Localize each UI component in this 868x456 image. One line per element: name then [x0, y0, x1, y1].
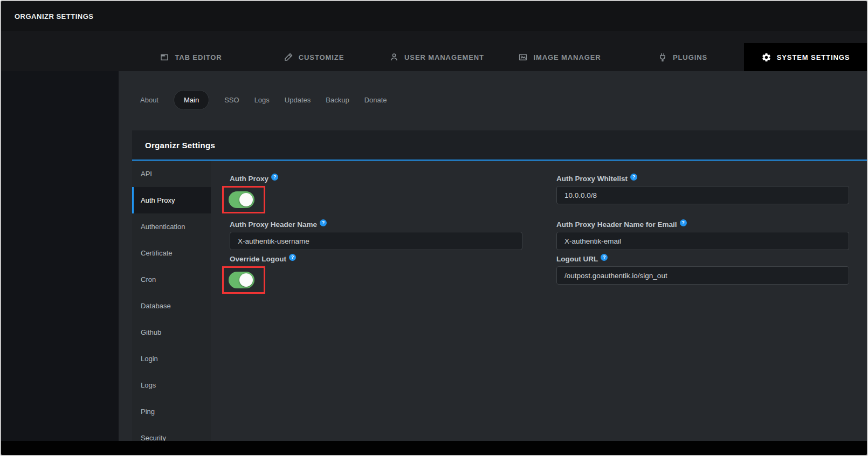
- field-label-text: Override Logout: [230, 255, 286, 263]
- tab-customize[interactable]: CUSTOMIZE: [252, 43, 375, 71]
- topbar: ORGANIZR SETTINGS: [1, 1, 867, 31]
- panel-header: Organizr Settings: [132, 130, 867, 161]
- left-sidebar: [1, 71, 119, 441]
- subtab-logs[interactable]: Logs: [254, 96, 270, 104]
- menu-item-ping[interactable]: Ping: [132, 398, 211, 425]
- field-label-text: Logout URL: [556, 255, 598, 263]
- field-auth-proxy-header-email: Auth Proxy Header Name for Email ?: [556, 220, 849, 250]
- field-auth-proxy-header-name: Auth Proxy Header Name ?: [230, 220, 522, 250]
- field-logout-url: Logout URL ?: [556, 255, 849, 296]
- menu-item-security[interactable]: Security: [132, 425, 211, 441]
- organizr-settings-panel: Organizr Settings API Auth Proxy Authent…: [132, 130, 867, 441]
- help-icon[interactable]: ?: [320, 219, 327, 226]
- subnav: About Main SSO Logs Updates Backup Donat…: [119, 71, 867, 114]
- auth-proxy-toggle[interactable]: [229, 191, 254, 208]
- field-label: Auth Proxy Header Name ?: [230, 220, 522, 229]
- menu-item-logs[interactable]: Logs: [132, 372, 211, 398]
- tab-label: PLUGINS: [673, 53, 707, 61]
- tab-label: USER MANAGEMENT: [404, 53, 484, 61]
- subtab-updates[interactable]: Updates: [285, 96, 311, 104]
- tab-label: IMAGE MANAGER: [533, 53, 601, 61]
- bottom-bar: [1, 441, 867, 455]
- auth-proxy-header-email-input[interactable]: [556, 232, 849, 250]
- tab-label: TAB EDITOR: [175, 53, 222, 61]
- field-label-text: Auth Proxy Header Name: [230, 220, 317, 229]
- page-title: ORGANIZR SETTINGS: [15, 12, 93, 20]
- auth-proxy-form: Auth Proxy ? Auth Proxy Whitelist ?: [211, 161, 867, 441]
- menu-item-authentication[interactable]: Authentication: [132, 213, 211, 240]
- tab-plugins[interactable]: PLUGINS: [621, 43, 744, 71]
- help-icon[interactable]: ?: [601, 254, 608, 261]
- settings-menu: API Auth Proxy Authentication Certificat…: [132, 161, 211, 441]
- field-auth-proxy: Auth Proxy ?: [230, 175, 522, 216]
- field-label: Logout URL ?: [556, 255, 849, 263]
- menu-item-api[interactable]: API: [132, 161, 211, 187]
- field-label-text: Auth Proxy: [230, 175, 268, 183]
- override-logout-toggle[interactable]: [229, 272, 254, 288]
- panel-body: API Auth Proxy Authentication Certificat…: [132, 161, 867, 441]
- subtab-about[interactable]: About: [140, 96, 159, 104]
- subtab-backup[interactable]: Backup: [326, 96, 349, 104]
- switch-knob: [239, 193, 253, 206]
- help-icon[interactable]: ?: [271, 174, 278, 181]
- tab-user-management[interactable]: USER MANAGEMENT: [375, 43, 498, 71]
- customize-icon: [284, 52, 293, 62]
- subtab-donate[interactable]: Donate: [364, 96, 387, 104]
- settings-content: About Main SSO Logs Updates Backup Donat…: [119, 71, 867, 441]
- menu-item-certificate[interactable]: Certificate: [132, 240, 211, 266]
- help-icon[interactable]: ?: [630, 174, 637, 181]
- panel-title: Organizr Settings: [145, 141, 215, 150]
- organizr-settings-window: ORGANIZR SETTINGS TAB EDITOR CUSTOMIZE: [0, 0, 868, 456]
- menu-item-cron[interactable]: Cron: [132, 266, 211, 293]
- menu-item-github[interactable]: Github: [132, 319, 211, 346]
- tab-label: SYSTEM SETTINGS: [777, 53, 850, 61]
- tab-editor-icon: [160, 52, 169, 62]
- field-label: Auth Proxy Whitelist ?: [556, 175, 849, 183]
- field-label: Auth Proxy Header Name for Email ?: [556, 220, 849, 229]
- settings-nav-tabs: TAB EDITOR CUSTOMIZE USER MANAGEMENT IMA…: [1, 43, 867, 71]
- image-manager-icon: [518, 52, 528, 62]
- field-override-logout: Override Logout ?: [230, 255, 522, 296]
- annotation-box: [222, 186, 265, 213]
- tab-label: CUSTOMIZE: [299, 53, 344, 61]
- subtab-sso[interactable]: SSO: [224, 96, 239, 104]
- plugins-icon: [658, 52, 667, 62]
- user-management-icon: [389, 52, 399, 62]
- auth-proxy-header-name-input[interactable]: [230, 232, 522, 250]
- menu-item-database[interactable]: Database: [132, 293, 211, 319]
- tab-tab-editor[interactable]: TAB EDITOR: [129, 43, 252, 71]
- field-label-text: Auth Proxy Whitelist: [556, 175, 628, 183]
- annotation-box: [222, 266, 265, 294]
- field-label-text: Auth Proxy Header Name for Email: [556, 220, 677, 229]
- field-auth-proxy-whitelist: Auth Proxy Whitelist ?: [556, 175, 849, 216]
- auth-proxy-whitelist-input[interactable]: [556, 186, 849, 204]
- menu-item-auth-proxy[interactable]: Auth Proxy: [132, 187, 211, 213]
- tab-system-settings[interactable]: SYSTEM SETTINGS: [744, 43, 867, 71]
- gear-icon: [761, 52, 771, 63]
- menu-item-login[interactable]: Login: [132, 346, 211, 372]
- help-icon[interactable]: ?: [680, 219, 687, 226]
- field-label: Override Logout ?: [230, 255, 522, 263]
- subtab-main[interactable]: Main: [174, 90, 209, 110]
- tab-image-manager[interactable]: IMAGE MANAGER: [498, 43, 621, 71]
- switch-knob: [239, 273, 253, 287]
- logout-url-input[interactable]: [556, 266, 849, 285]
- settings-nav: TAB EDITOR CUSTOMIZE USER MANAGEMENT IMA…: [1, 31, 867, 71]
- field-label: Auth Proxy ?: [230, 175, 522, 183]
- help-icon[interactable]: ?: [289, 254, 296, 261]
